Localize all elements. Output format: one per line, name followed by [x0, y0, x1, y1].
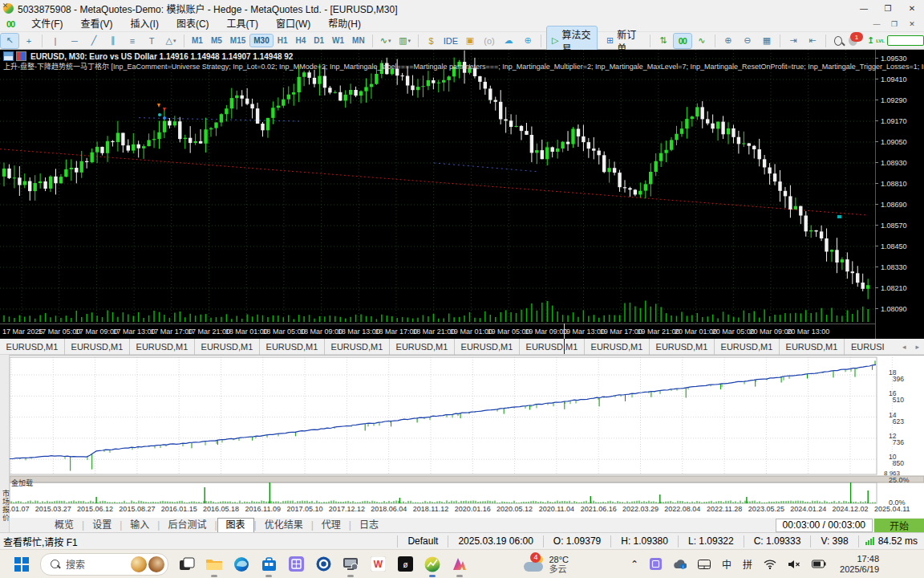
ide-button[interactable]: IDE — [442, 34, 460, 48]
chart-tab-4[interactable]: EURUSD,M1 — [260, 339, 325, 355]
equidistant-channel-icon[interactable]: ≡ — [124, 34, 141, 48]
tray-cloud-icon[interactable]: i — [673, 559, 687, 569]
search-icon[interactable] — [834, 36, 842, 46]
chart-tab-5[interactable]: EURUSD,M1 — [325, 339, 390, 355]
tabs-scroll-left-icon[interactable]: ◂ — [898, 343, 911, 351]
start-button[interactable]: 开始 — [874, 519, 924, 532]
child-restore-button[interactable]: ❐ — [886, 18, 903, 31]
tray-purple-app-icon[interactable] — [650, 558, 662, 570]
chart-tab-7[interactable]: EURUSD,M1 — [455, 339, 520, 355]
shapes-icon[interactable]: △▾ — [162, 34, 180, 48]
chart-shift-start-icon[interactable]: ⇤ — [804, 34, 821, 48]
search-highlight-image-1[interactable] — [131, 556, 147, 572]
cloud-icon[interactable]: ☁ — [500, 34, 517, 48]
task-view-button[interactable] — [177, 554, 197, 575]
chart-tab-12[interactable]: EURUSD,M1 — [780, 339, 845, 355]
zoom-out-icon[interactable]: ⊖ — [739, 34, 756, 48]
battery-icon[interactable] — [812, 560, 826, 568]
minimize-button[interactable]: — — [852, 0, 876, 16]
chart-tab-9[interactable]: EURUSD,M1 — [585, 339, 650, 355]
market-watch-vertical-tab[interactable]: 市场报价 — [1, 490, 11, 522]
edge-browser-button[interactable] — [232, 554, 251, 575]
timeframe-mn[interactable]: MN — [349, 35, 368, 47]
ime-mode-button[interactable]: 拼 — [743, 557, 752, 571]
blue-trendline[interactable] — [434, 163, 538, 172]
dark-terminal-app-button[interactable]: ø — [395, 554, 415, 575]
notifications-icon[interactable]: 1 — [849, 35, 857, 46]
tabs-scroll-right-icon[interactable]: ▸ — [910, 343, 924, 351]
tester-tab-1[interactable]: 设置 — [84, 519, 120, 532]
tray-overflow-chevron[interactable]: ⌃ — [630, 559, 638, 570]
tester-tab-0[interactable]: 概览 — [47, 519, 82, 532]
chart-type-icon[interactable]: ∿▾ — [377, 34, 395, 48]
ai-app-button[interactable] — [450, 554, 469, 575]
timeframe-m1[interactable]: M1 — [188, 35, 206, 47]
chart-tab-3[interactable]: EURUSD,M1 — [195, 339, 260, 355]
menu-item-6[interactable]: 帮助(H) — [319, 16, 370, 32]
chart-tab-6[interactable]: EURUSD,M1 — [390, 339, 455, 355]
tile-windows-icon[interactable]: ▦ — [758, 34, 776, 48]
trendline-icon[interactable]: ╱ — [85, 34, 103, 48]
chart-shift-end-icon[interactable]: ⇥ — [784, 34, 802, 48]
blue-ring-app-button[interactable] — [314, 554, 333, 575]
zoom-in-icon[interactable]: ⊕ — [719, 34, 737, 48]
tester-tab-4[interactable]: 图表 — [217, 518, 254, 532]
chart-tab-2[interactable]: EURUSD,M1 — [130, 339, 195, 355]
signal-icon[interactable]: (o) — [480, 34, 498, 48]
market-bag-icon[interactable]: ▣ — [461, 34, 479, 48]
menu-item-1[interactable]: 查看(V) — [72, 16, 122, 32]
zigzag-icon[interactable]: ∿ — [693, 34, 711, 48]
maximize-button[interactable]: ❐ — [876, 0, 900, 16]
file-explorer-button[interactable] — [205, 554, 224, 575]
tester-close-button[interactable]: ✕ — [1, 1, 10, 10]
menu-item-5[interactable]: 窗口(W) — [267, 16, 319, 32]
tester-tab-6[interactable]: 代理 — [314, 519, 349, 532]
timeframe-h1[interactable]: H1 — [274, 35, 291, 47]
time-axis[interactable]: 17 Mar 202517 Mar 05:0017 Mar 09:0017 Ma… — [0, 324, 876, 340]
text-tool-icon[interactable]: T — [143, 34, 160, 48]
wifi-icon[interactable] — [764, 560, 776, 569]
search-highlight-image-2[interactable] — [148, 556, 164, 572]
menu-item-2[interactable]: 插入(I) — [122, 16, 168, 32]
cursor-icon[interactable]: ↖ — [1, 34, 18, 48]
ime-language-button[interactable]: 中 — [722, 557, 732, 571]
close-button[interactable]: ✕ — [900, 0, 924, 16]
taskbar-search-input[interactable]: 搜索 — [40, 553, 168, 576]
equity-curve-chart[interactable]: 8 963 — [10, 356, 924, 505]
timeframe-m15[interactable]: M15 — [227, 35, 249, 47]
tester-tab-2[interactable]: 输入 — [122, 519, 157, 532]
timeframe-d1[interactable]: D1 — [310, 35, 327, 47]
chart-tab-1[interactable]: EURUSD,M1 — [65, 339, 130, 355]
chart-tab-10[interactable]: EURUSD,M1 — [650, 339, 715, 355]
taskbar-clock[interactable]: 17:48 2025/6/19 — [840, 554, 879, 575]
weather-widget[interactable]: 4 28°C 多云 — [524, 555, 569, 574]
child-close-button[interactable]: ✕ — [903, 18, 921, 31]
chart-tab-partial[interactable]: EURUSI — [845, 339, 886, 355]
candles-mode-icon[interactable]: 00 — [674, 34, 691, 48]
timeframe-h4[interactable]: H4 — [293, 35, 310, 47]
candlestick-chart[interactable] — [0, 50, 876, 324]
timeframe-m5[interactable]: M5 — [208, 35, 225, 47]
horizontal-line-icon[interactable]: ─ — [66, 34, 83, 48]
tester-tab-5[interactable]: 优化结果 — [257, 519, 311, 532]
metatrader5-taskbar-button[interactable] — [423, 554, 442, 575]
child-minimize-button[interactable]: — — [868, 18, 886, 31]
timeframe-w1[interactable]: W1 — [329, 35, 347, 47]
volume-muted-icon[interactable] — [788, 560, 800, 569]
vertical-line-icon[interactable]: | — [47, 34, 64, 48]
chart-tab-11[interactable]: EURUSD,M1 — [715, 339, 780, 355]
connection-status[interactable]: ↥ LVL — [867, 35, 924, 46]
crosshair-icon[interactable]: + — [20, 34, 38, 48]
remote-desktop-app-button[interactable] — [341, 554, 360, 575]
menu-item-3[interactable]: 图表(C) — [168, 16, 218, 32]
chart-tab-0[interactable]: EURUSD,M1 — [0, 339, 65, 355]
dollar-icon[interactable]: $ — [423, 34, 440, 48]
indicators-icon[interactable]: ▥▾ — [396, 34, 414, 48]
tester-tab-3[interactable]: 后台测试 — [160, 519, 214, 532]
microsoft-store-button[interactable] — [259, 554, 278, 575]
channel-icon[interactable]: ∥ — [104, 34, 122, 48]
chart-tab-8[interactable]: EURUSD,M1 — [520, 339, 585, 355]
price-scale[interactable]: 1.095301.094101.092901.091701.090501.089… — [875, 50, 924, 339]
tray-touchpad-icon[interactable] — [698, 560, 711, 569]
purple-grid-app-button[interactable] — [286, 554, 306, 575]
